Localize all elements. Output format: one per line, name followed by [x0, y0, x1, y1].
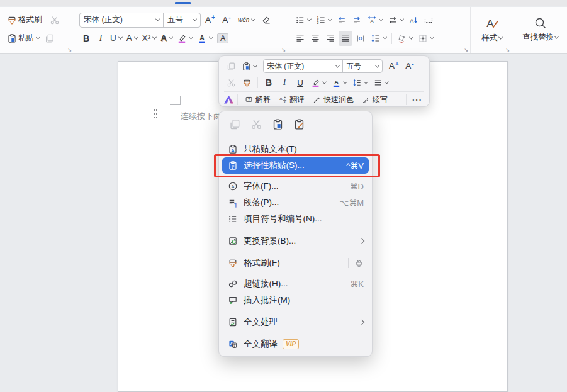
styles-icon: A [485, 16, 500, 31]
chevron-down-icon [152, 35, 157, 40]
mini-copy-button[interactable] [224, 59, 238, 74]
cut-button[interactable] [48, 13, 62, 28]
menu-item-paste-text-only[interactable]: A 只粘贴文本(T) [219, 141, 372, 157]
clipboard-launcher-icon[interactable]: ↘ [67, 48, 72, 53]
submenu-arrow-icon [359, 320, 364, 325]
borders-button[interactable] [416, 31, 435, 46]
paragraph-drag-handle[interactable] [154, 109, 159, 121]
text-effects-button[interactable]: A [159, 31, 174, 46]
mini-line-spacing-button[interactable] [351, 75, 369, 90]
mini-font-family-select[interactable]: 宋体 (正文) [264, 60, 342, 72]
text-direction-button[interactable] [386, 13, 405, 28]
menu-item-paragraph[interactable]: ¶ 段落(P)... ⌥⌘M [219, 194, 372, 211]
active-tab-indicator [175, 2, 191, 4]
mini-decrease-font-button[interactable]: A- [403, 59, 417, 74]
mini-increase-font-button[interactable]: A+ [387, 59, 401, 74]
font-launcher-icon[interactable]: ↘ [281, 48, 286, 53]
italic-button[interactable]: I [94, 31, 108, 46]
ai-continue-button[interactable]: 续写 [359, 94, 391, 105]
mini-align-button[interactable] [371, 75, 390, 90]
styles-launcher-icon[interactable]: ↘ [505, 48, 510, 53]
pin-brush-icon [354, 259, 364, 268]
menu-item-full-text-process[interactable]: 全文处理 [219, 314, 372, 330]
paste-icon[interactable] [272, 118, 284, 130]
increase-indent-button[interactable] [350, 13, 364, 28]
menu-item-format-painter[interactable]: 格式刷(F) [219, 255, 372, 271]
format-painter-button[interactable]: 格式刷 [5, 13, 44, 28]
copy-icon [227, 62, 236, 71]
line-spacing-button[interactable] [369, 31, 388, 46]
align-justify-button[interactable] [339, 31, 352, 46]
ribbon-group-styles[interactable]: A 样式 ↘ [470, 7, 512, 53]
mini-bold-button[interactable]: B [262, 75, 276, 90]
mini-italic-button[interactable]: I [278, 75, 291, 90]
bold-button[interactable]: B [79, 31, 93, 46]
pin-slot[interactable] [348, 258, 364, 268]
mini-underline-button[interactable]: U [293, 75, 307, 90]
paste-button[interactable]: 粘贴 [5, 31, 42, 46]
shading-button[interactable] [395, 31, 415, 46]
align-center-button[interactable] [308, 31, 322, 46]
ribbon-group-find-replace[interactable]: 查找替换 [512, 7, 567, 53]
menu-item-bullets-numbering[interactable]: 项目符号和编号(N)... [219, 211, 372, 227]
mini-highlight-button[interactable] [309, 75, 328, 90]
chevron-down-icon [155, 17, 160, 21]
align-left-button[interactable] [293, 31, 307, 46]
ai-explain-button[interactable]: ? 解释 [242, 94, 274, 105]
mini-format-painter-button[interactable] [240, 75, 254, 90]
mini-paste-button[interactable] [240, 59, 259, 74]
highlight-color-button[interactable] [175, 31, 194, 46]
clear-format-button[interactable] [259, 13, 273, 28]
bold-label: B [266, 77, 272, 87]
underline-button[interactable]: U [108, 31, 124, 46]
bullets-button[interactable] [293, 13, 313, 28]
mini-font-size-select[interactable]: 五号 [343, 60, 382, 72]
numbering-button[interactable]: 123 [314, 13, 334, 28]
ai-assistant-icon[interactable] [224, 96, 233, 104]
menu-item-font[interactable]: A 字体(F)... ⌘D [219, 178, 372, 194]
copy-icon[interactable] [229, 118, 241, 130]
ai-translate-button[interactable]: A文 翻译 [276, 94, 308, 105]
character-shading-button[interactable]: A [215, 31, 230, 46]
menu-item-hyperlink[interactable]: 超链接(H)... ⌘K [219, 276, 372, 292]
mini-cut-button[interactable] [224, 75, 238, 90]
menu-item-paste-special[interactable]: 选择性粘贴(S)... ^⌘V [222, 157, 369, 174]
copy-button[interactable] [43, 31, 57, 46]
font-family-select[interactable]: 宋体 (正文) [80, 13, 163, 27]
mini-font-color-button[interactable]: A [330, 75, 349, 90]
italic-label: I [283, 77, 286, 87]
chevron-down-icon [253, 63, 257, 67]
menu-item-label: 段落(P)... [244, 197, 339, 208]
cut-icon[interactable] [250, 118, 262, 130]
chevron-down-icon [251, 17, 255, 21]
chevron-down-icon [343, 79, 347, 84]
magic-wand-icon [313, 96, 321, 104]
chevron-down-icon [430, 35, 434, 40]
paragraph-launcher-icon[interactable]: ↘ [464, 48, 468, 53]
decrease-indent-button[interactable] [335, 13, 349, 28]
superscript-button[interactable]: X² [140, 31, 159, 46]
paste-format-icon[interactable] [293, 118, 305, 130]
translate-badge-icon: A文 [227, 339, 238, 349]
ai-more-button[interactable]: ··· [410, 92, 424, 107]
strikethrough-button[interactable]: A [125, 31, 140, 46]
paragraph-icon: ¶ [227, 198, 238, 208]
decrease-font-button[interactable]: A- [220, 13, 233, 28]
font-color-button[interactable]: A [195, 31, 215, 46]
chevron-down-icon [134, 35, 138, 40]
sort-button[interactable]: A [407, 13, 420, 28]
more-label: ··· [412, 95, 422, 104]
ai-polish-button[interactable]: 快速润色 [310, 94, 357, 105]
character-scaling-button[interactable]: A [365, 13, 385, 28]
menu-item-insert-comment[interactable]: 插入批注(M) [219, 292, 372, 308]
align-right-button[interactable] [323, 31, 337, 46]
distribute-button[interactable] [354, 31, 368, 46]
pinyin-guide-button[interactable]: wén [236, 13, 257, 28]
menu-item-change-background[interactable]: 更换背景(B)... [219, 233, 372, 249]
paragraph-marks-button[interactable] [422, 13, 435, 28]
borders-icon [418, 33, 428, 43]
menu-item-full-text-translate[interactable]: A文 全文翻译 VIP [219, 336, 372, 352]
translate-icon: A文 [279, 96, 287, 104]
increase-font-button[interactable]: A+ [203, 13, 217, 28]
font-size-select[interactable]: 五号 [164, 13, 200, 27]
